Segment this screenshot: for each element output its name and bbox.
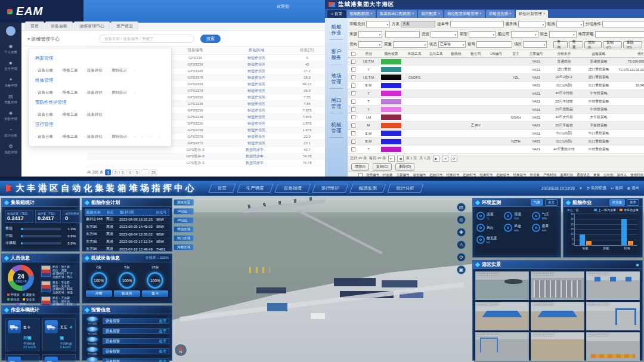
- prev-page-button[interactable]: ◀: [397, 156, 404, 162]
- ship-plan-row[interactable]: 东方96 离港 2023-08-04 12:05:02 9BW: [85, 231, 169, 239]
- page-number[interactable]: 4: [126, 169, 132, 175]
- camera-feed[interactable]: 2023-08-28 10:19: [586, 302, 640, 330]
- strategy-row[interactable]: I,E,T,M CNDFG YZL YA01 20尺2类C1 进口重箱策略: [348, 74, 644, 82]
- menu-item[interactable]: [60, 146, 61, 147]
- tos-nav-item[interactable]: 闸口管理: [330, 97, 343, 113]
- ship-plan-row[interactable]: 东方96 离港 2023-08-05 14:45:03 9BW: [85, 224, 169, 231]
- color-swatch[interactable]: [381, 99, 401, 104]
- bar-series-prev[interactable]: [621, 219, 627, 245]
- color-swatch[interactable]: [381, 107, 401, 112]
- menu-item[interactable]: 设备评估: [85, 90, 103, 95]
- machine-type-button[interactable]: 轨道吊: [114, 290, 140, 297]
- menu-item[interactable]: 周转统计: [109, 68, 127, 73]
- menu-item[interactable]: [150, 134, 151, 138]
- expand-icon[interactable]: ▣: [636, 262, 639, 267]
- filter-button[interactable]: 删除(D): [623, 41, 642, 48]
- row-checkbox[interactable]: [351, 67, 355, 72]
- env-tab-hydro[interactable]: 水文: [545, 199, 558, 206]
- table-row[interactable]: GPS暂存-9 数据同步中… 74.78: [87, 160, 325, 166]
- menu-section-title[interactable]: 预防性维护管理: [35, 100, 165, 106]
- alarm-bar[interactable]: 设备报警 处理: [103, 318, 169, 324]
- strategy-row[interactable]: T YA01 20尺中转箱 中转重箱策略: [348, 98, 644, 106]
- filter-control[interactable]: [385, 31, 420, 38]
- view-pill[interactable]: 闸口区域: [174, 235, 194, 242]
- menu-item[interactable]: [35, 146, 36, 147]
- view-pill[interactable]: 海侧区域: [174, 244, 194, 250]
- filter-control[interactable]: 已审核: [438, 41, 466, 48]
- strategy-row[interactable]: I,M GGAH YA01 40尺大件箱 大件箱策略: [348, 114, 644, 122]
- tos-tab[interactable]: 船舶配载图: [347, 10, 376, 18]
- dash-nav-tab[interactable]: 首页: [209, 184, 236, 193]
- menu-item[interactable]: 周转统计: [109, 90, 127, 95]
- sidebar-item[interactable]: ▤ 档案管理: [0, 94, 21, 105]
- row-checkbox[interactable]: [351, 100, 355, 104]
- row-checkbox[interactable]: [351, 140, 355, 144]
- color-swatch[interactable]: [381, 131, 401, 136]
- row-checkbox[interactable]: [351, 83, 355, 88]
- filter-control[interactable]: [549, 31, 577, 38]
- strategy-row[interactable]: I,E,T,M YA01 普通箱组 普通箱策略 TD:099-095-0,08: [348, 58, 644, 66]
- row-checkbox[interactable]: [351, 147, 355, 151]
- color-swatch[interactable]: [381, 139, 401, 144]
- camera-feed[interactable]: 2023-08-28 10:19: [531, 271, 584, 300]
- filter-button[interactable]: 查询: [553, 41, 568, 48]
- machine-type-button[interactable]: 集卡: [142, 290, 168, 297]
- sidebar-item[interactable]: ■ 企业管理: [0, 61, 21, 72]
- color-swatch[interactable]: [381, 75, 401, 80]
- strategy-row[interactable]: E,M YA01 出口(内贸) 出口重箱策略: [348, 130, 644, 138]
- ship-plan-row[interactable]: 鑫刘公188 离泊 2023-08-09 16:31:25 9BW: [85, 216, 169, 224]
- menu-item[interactable]: [134, 68, 135, 72]
- eam-tab[interactable]: 资产信息: [111, 21, 138, 30]
- menu-section-title[interactable]: 维修管理: [35, 78, 165, 83]
- first-page-button[interactable]: ⇤: [388, 156, 395, 162]
- strategy-row[interactable]: T YA01 进口重箱 进口重箱策略 TC:079-121;16,025-02: [348, 66, 644, 73]
- tos-nav-item[interactable]: 机械管理: [330, 122, 343, 138]
- vehicle-tile[interactable]: 叉车 4辆 平均时速 3 km/h: [42, 318, 76, 351]
- row-checkbox[interactable]: [351, 131, 355, 135]
- alarm-handle-button[interactable]: 处理: [159, 349, 166, 354]
- camera-feed[interactable]: 2023-08-28 10:19: [586, 332, 640, 361]
- alarm-handle-button[interactable]: 处理: [159, 339, 166, 344]
- header-action-button[interactable]: ⊗ 退出: [627, 185, 639, 191]
- map-tool-button[interactable]: ⚠: [457, 240, 466, 249]
- filter-button[interactable]: 增加(I): [584, 41, 602, 48]
- sidebar-item[interactable]: ◔ 统计分析: [0, 128, 21, 138]
- alarm-bar[interactable]: 设备报警 处理: [103, 348, 169, 354]
- camera-feed[interactable]: 2023-08-28 10:19: [475, 271, 529, 300]
- dash-nav-tab[interactable]: 统计分析: [388, 184, 424, 193]
- menu-item[interactable]: 维修工单: [60, 68, 78, 73]
- strategy-row[interactable]: T YA01 40尺中转箱 中转箱策略: [348, 90, 644, 98]
- vehicle-tile[interactable]: 集卡 20辆 平均时速 22 km/h: [5, 318, 39, 351]
- filter-control[interactable]: [393, 41, 428, 48]
- tos-tab[interactable]: 策略优先级: [486, 10, 515, 18]
- eam-tab[interactable]: 设备台账: [45, 21, 73, 30]
- alarm-handle-button[interactable]: 处理: [159, 359, 166, 362]
- tos-nav-item[interactable]: 堆场管理: [330, 73, 343, 89]
- bar-series-prev[interactable]: [580, 234, 585, 245]
- menu-item[interactable]: 维修工单: [60, 90, 78, 95]
- personnel-card[interactable]: 姓名：李全胜 岗位：安全员 进场时间：8:05 当前区域：堆场: [40, 280, 77, 295]
- filter-control[interactable]: [556, 21, 584, 27]
- bar-series-current[interactable]: [586, 241, 592, 245]
- map-tool-button[interactable]: ◎: [457, 215, 466, 224]
- strategy-row[interactable]: E,M NZTH YA01 出口(内贸) 出口重箱策略: [348, 138, 644, 146]
- breadcrumb[interactable]: 运维管理中心: [27, 36, 60, 42]
- menu-item[interactable]: 设备评估: [85, 134, 103, 140]
- search-input[interactable]: 设备名称 / 设备编号 / 关键字: [99, 35, 194, 43]
- color-swatch[interactable]: [381, 83, 401, 88]
- color-swatch[interactable]: [381, 67, 401, 72]
- compass[interactable]: N: [174, 344, 187, 357]
- tos-nav-item[interactable]: 船舶作业: [330, 24, 343, 40]
- filter-control[interactable]: [476, 41, 512, 48]
- menu-item[interactable]: [51, 146, 52, 147]
- page-number[interactable]: 25: [150, 169, 157, 175]
- map-tool-button[interactable]: ⟳: [457, 253, 466, 262]
- page-number[interactable]: 3: [119, 169, 125, 175]
- tos-tab[interactable]: 箱区配置: [418, 10, 443, 18]
- filter-control[interactable]: [469, 31, 496, 38]
- row-checkbox[interactable]: [351, 75, 355, 79]
- filter-control[interactable]: [358, 31, 382, 38]
- filter-button[interactable]: 重置: [569, 41, 583, 48]
- page-number[interactable]: 1: [105, 169, 111, 175]
- row-checkbox[interactable]: [351, 123, 355, 128]
